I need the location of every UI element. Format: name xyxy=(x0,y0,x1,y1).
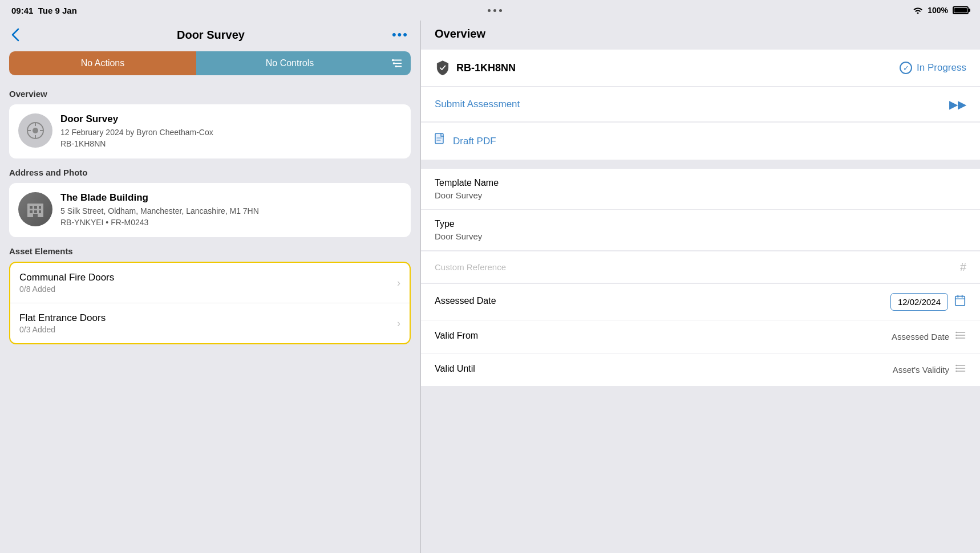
calendar-icon[interactable] xyxy=(954,294,966,310)
svg-point-28 xyxy=(955,332,957,334)
left-panel-title: Door Survey xyxy=(177,29,245,42)
valid-until-label: Valid Until xyxy=(435,364,475,374)
draft-pdf-label: Draft PDF xyxy=(453,136,496,147)
assessed-date-value[interactable]: 12/02/2024 xyxy=(890,293,948,311)
svg-point-5 xyxy=(395,66,397,68)
left-header: Door Survey ••• xyxy=(0,21,420,51)
survey-code: RB-1KH8NN xyxy=(60,139,213,150)
flat-entrance-doors-chevron: › xyxy=(397,318,400,330)
communal-fire-doors-title: Communal Fire Doors xyxy=(19,272,114,283)
filter-tabs: No Actions No Controls xyxy=(9,51,411,75)
left-panel: Door Survey ••• No Actions No Controls xyxy=(0,21,420,553)
right-panel: Overview RB-1KH8NN ✓ In Progress Submit … xyxy=(420,21,980,553)
overview-section-label: Overview xyxy=(9,89,411,99)
custom-reference-label: Custom Reference xyxy=(435,262,506,272)
reference-badge: RB-1KH8NN xyxy=(435,60,516,76)
valid-from-value: Assessed Date xyxy=(892,332,949,341)
survey-date-author: 12 February 2024 by Byron Cheetham-Cox xyxy=(60,127,213,139)
flat-entrance-doors-title: Flat Entrance Doors xyxy=(19,312,106,324)
svg-point-4 xyxy=(393,62,395,64)
filter-icon-button[interactable] xyxy=(383,51,411,75)
valid-from-label: Valid From xyxy=(435,331,478,341)
building-address: 5 Silk Street, Oldham, Manchester, Lanca… xyxy=(60,206,259,217)
type-value: Door Survey xyxy=(435,231,966,241)
reference-code: RB-1KH8NN xyxy=(456,62,516,74)
status-bar: 09:41 Tue 9 Jan 100% xyxy=(0,0,980,21)
left-scroll-area: Overview Door Survey xyxy=(0,84,420,553)
wifi-icon xyxy=(913,6,923,15)
communal-fire-doors-count: 0/8 Added xyxy=(19,284,114,294)
type-row: Type Door Survey xyxy=(421,210,980,250)
survey-icon xyxy=(18,113,52,148)
asset-elements-label: Asset Elements xyxy=(9,246,411,256)
valid-until-value: Asset's Validity xyxy=(893,365,949,375)
valid-until-list-icon[interactable] xyxy=(955,363,966,377)
no-controls-tab[interactable]: No Controls xyxy=(196,51,383,75)
address-card: The Blade Building 5 Silk Street, Oldham… xyxy=(9,183,411,237)
communal-fire-doors-row[interactable]: Communal Fire Doors 0/8 Added › xyxy=(10,263,410,303)
address-info: The Blade Building 5 Silk Street, Oldham… xyxy=(60,192,259,228)
type-label: Type xyxy=(435,219,966,229)
svg-rect-13 xyxy=(30,206,33,209)
right-header: Overview xyxy=(421,21,980,50)
svg-point-29 xyxy=(955,335,957,336)
communal-fire-doors-info: Communal Fire Doors 0/8 Added xyxy=(19,272,114,294)
flat-entrance-doors-info: Flat Entrance Doors 0/3 Added xyxy=(19,312,106,334)
svg-rect-15 xyxy=(39,206,41,209)
svg-rect-20 xyxy=(435,133,443,144)
status-text: In Progress xyxy=(917,62,966,74)
valid-from-row: Valid From Assessed Date xyxy=(421,320,980,353)
address-section-label: Address and Photo xyxy=(9,168,411,177)
hash-icon: # xyxy=(960,261,966,274)
status-right: 100% xyxy=(913,6,969,15)
svg-rect-21 xyxy=(955,296,965,306)
flat-entrance-doors-count: 0/3 Added xyxy=(19,325,106,334)
back-button[interactable] xyxy=(11,28,30,42)
overview-reference-row: RB-1KH8NN ✓ In Progress xyxy=(421,50,980,86)
valid-from-right: Assessed Date xyxy=(892,330,966,344)
svg-rect-16 xyxy=(30,210,33,213)
status-center-dots xyxy=(488,9,502,12)
status-time: 09:41 Tue 9 Jan xyxy=(11,6,77,15)
svg-point-34 xyxy=(955,365,957,367)
svg-point-36 xyxy=(955,371,957,372)
survey-title: Door Survey xyxy=(60,113,213,125)
assessed-date-label: Assessed Date xyxy=(435,296,496,306)
asset-elements-card: Communal Fire Doors 0/8 Added › Flat Ent… xyxy=(9,262,411,344)
more-menu-button[interactable]: ••• xyxy=(392,27,408,42)
info-section-template: Template Name Door Survey Type Door Surv… xyxy=(421,169,980,250)
svg-rect-14 xyxy=(34,206,37,209)
assessed-date-row: Assessed Date 12/02/2024 xyxy=(421,284,980,320)
flat-entrance-doors-row[interactable]: Flat Entrance Doors 0/3 Added › xyxy=(10,303,410,343)
main-content: Door Survey ••• No Actions No Controls xyxy=(0,21,980,553)
dates-section: Assessed Date 12/02/2024 xyxy=(421,284,980,386)
valid-from-list-icon[interactable] xyxy=(955,330,966,344)
shield-icon xyxy=(435,60,451,76)
svg-rect-17 xyxy=(34,210,37,213)
building-photo xyxy=(18,192,52,226)
template-name-value: Door Survey xyxy=(435,190,966,200)
valid-until-row: Valid Until Asset's Validity xyxy=(421,353,980,386)
template-name-label: Template Name xyxy=(435,178,966,188)
svg-rect-18 xyxy=(39,210,41,213)
submit-arrows-icon: ▶▶ xyxy=(949,97,966,111)
no-actions-tab[interactable]: No Actions xyxy=(9,51,196,75)
submit-label: Submit Assessment xyxy=(435,99,520,110)
svg-point-30 xyxy=(955,338,957,339)
assessed-date-right: 12/02/2024 xyxy=(890,293,966,311)
valid-until-right: Asset's Validity xyxy=(893,363,966,377)
status-check-icon: ✓ xyxy=(900,62,912,74)
draft-pdf-icon xyxy=(435,133,446,149)
building-codes: RB-YNKYEI • FR-M0243 xyxy=(60,217,259,229)
submit-assessment-row[interactable]: Submit Assessment ▶▶ xyxy=(421,87,980,121)
communal-fire-doors-chevron: › xyxy=(397,277,400,289)
battery-icon xyxy=(953,6,969,14)
right-scroll-area: Submit Assessment ▶▶ Draft PDF Template … xyxy=(421,87,980,553)
right-panel-title: Overview xyxy=(435,27,966,40)
status-badge: ✓ In Progress xyxy=(900,62,966,74)
battery-percentage: 100% xyxy=(928,6,948,15)
building-name: The Blade Building xyxy=(60,192,259,204)
draft-pdf-row[interactable]: Draft PDF xyxy=(421,123,980,160)
template-name-row: Template Name Door Survey xyxy=(421,169,980,210)
overview-card: Door Survey 12 February 2024 by Byron Ch… xyxy=(9,104,411,158)
